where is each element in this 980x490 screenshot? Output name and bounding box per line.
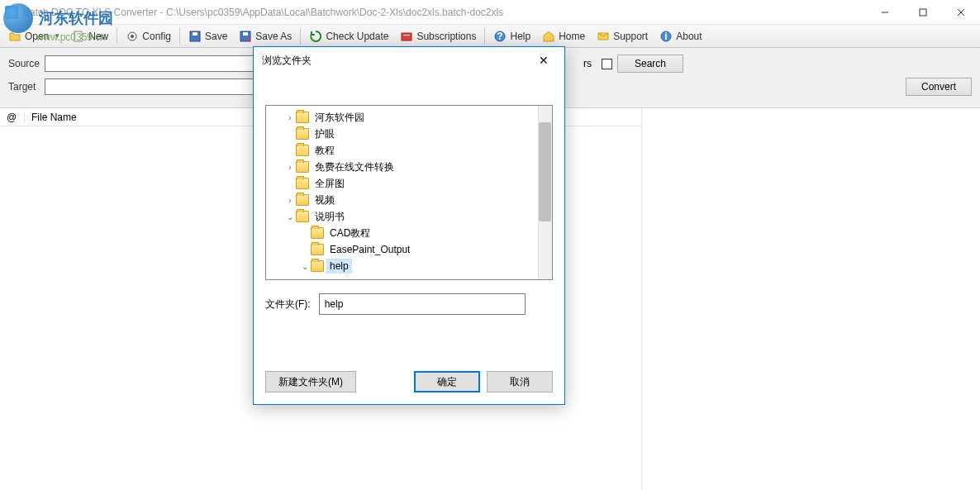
svg-rect-11 <box>402 33 412 40</box>
tree-item[interactable]: ⌄help <box>266 258 552 274</box>
tree-item[interactable]: ›免费在线文件转换 <box>266 159 552 175</box>
dropdown-icon: ▼ <box>54 32 60 40</box>
support-button[interactable]: Support <box>592 27 653 45</box>
svg-rect-4 <box>74 31 82 41</box>
folder-icon <box>296 211 309 222</box>
help-icon: ? <box>493 30 507 43</box>
folder-tree[interactable]: ›河东软件园护眼教程›免费在线文件转换全屏图›视频⌄说明书CAD教程EasePa… <box>265 105 553 280</box>
scroll-thumb[interactable] <box>539 122 551 221</box>
config-button[interactable]: Config <box>121 27 176 45</box>
tree-item[interactable]: ⌄说明书 <box>266 208 552 225</box>
subscriptions-button[interactable]: Subscriptions <box>395 27 481 45</box>
tree-item-label: 护眼 <box>312 126 337 142</box>
save-icon <box>188 30 202 43</box>
expand-icon[interactable]: › <box>284 163 296 172</box>
svg-point-6 <box>131 35 134 38</box>
dialog-close-button[interactable]: ✕ <box>531 48 556 73</box>
tree-item-label: 全屏图 <box>312 176 347 192</box>
toolbar: Open ▼ New Config Save Save As Check Upd… <box>0 25 980 48</box>
save-as-button[interactable]: Save As <box>234 27 297 45</box>
tree-item[interactable]: 教程 <box>266 142 552 159</box>
expand-icon[interactable]: › <box>284 196 296 205</box>
help-button[interactable]: ? Help <box>488 27 535 45</box>
expand-icon[interactable]: › <box>284 113 296 122</box>
ok-button[interactable]: 确定 <box>414 371 480 392</box>
separator <box>300 28 301 45</box>
right-panel <box>641 108 980 490</box>
folder-icon <box>296 161 309 173</box>
separator <box>117 28 117 45</box>
new-folder-button[interactable]: 新建文件夹(M) <box>265 371 356 392</box>
new-icon <box>72 30 85 43</box>
support-icon <box>597 30 610 43</box>
new-button[interactable]: New <box>67 27 113 45</box>
folder-icon <box>311 244 324 255</box>
save-button[interactable]: Save <box>183 27 232 45</box>
column-at[interactable]: @ <box>0 112 25 123</box>
maximize-button[interactable] <box>904 0 942 25</box>
folder-icon <box>296 112 309 123</box>
collapse-icon[interactable]: ⌄ <box>284 212 296 221</box>
svg-rect-1 <box>920 9 926 16</box>
support-label: Support <box>613 31 648 42</box>
tree-scrollbar[interactable] <box>538 106 552 279</box>
dialog-title: 浏览文件夹 <box>262 54 531 68</box>
separator <box>484 28 485 45</box>
convert-button[interactable]: Convert <box>906 78 972 96</box>
save-as-label: Save As <box>255 31 292 42</box>
tree-item-label: 免费在线文件转换 <box>312 159 397 175</box>
tree-item-label: 教程 <box>312 143 337 159</box>
close-button[interactable] <box>942 0 980 25</box>
svg-text:i: i <box>665 31 668 42</box>
config-label: Config <box>142 31 171 42</box>
new-label: New <box>88 31 108 42</box>
search-button[interactable]: Search <box>617 55 683 73</box>
collapse-icon[interactable]: ⌄ <box>299 262 311 271</box>
svg-rect-8 <box>193 32 197 36</box>
folder-icon <box>311 260 324 272</box>
tree-item[interactable]: CAD教程 <box>266 225 552 241</box>
dialog-titlebar: 浏览文件夹 ✕ <box>254 47 564 74</box>
tree-item-label: EasePaint_Output <box>327 243 412 256</box>
svg-rect-10 <box>243 32 248 36</box>
tree-item[interactable]: ›视频 <box>266 192 552 208</box>
help-label: Help <box>510 31 530 42</box>
minimize-button[interactable] <box>866 0 904 25</box>
svg-rect-12 <box>403 35 410 36</box>
folder-icon <box>296 128 309 140</box>
tree-item[interactable]: EasePaint_Output <box>266 241 552 258</box>
about-label: About <box>676 31 702 42</box>
check-update-button[interactable]: Check Update <box>304 27 393 45</box>
open-button[interactable]: Open ▼ <box>3 27 65 45</box>
window-title: Batch DOC TO XLS Converter - C:\Users\pc… <box>23 7 866 18</box>
subfolders-checkbox[interactable] <box>602 59 612 69</box>
about-button[interactable]: i About <box>654 27 706 45</box>
config-icon <box>126 30 139 43</box>
tree-item-label: help <box>327 259 351 273</box>
folder-icon <box>296 145 309 156</box>
tree-item-label: CAD教程 <box>327 226 373 241</box>
home-icon <box>542 30 555 43</box>
folder-name-label: 文件夹(F): <box>265 297 311 312</box>
subscriptions-icon <box>400 30 413 43</box>
tree-item[interactable]: 护眼 <box>266 126 552 142</box>
folder-icon <box>296 178 309 189</box>
check-update-label: Check Update <box>326 31 388 42</box>
cancel-button[interactable]: 取消 <box>487 371 553 392</box>
tree-item[interactable]: ›河东软件园 <box>266 109 552 126</box>
subscriptions-label: Subscriptions <box>416 31 476 42</box>
window-controls <box>866 0 980 25</box>
browse-folder-dialog: 浏览文件夹 ✕ ›河东软件园护眼教程›免费在线文件转换全屏图›视频⌄说明书CAD… <box>253 46 565 405</box>
tree-item-label: 视频 <box>312 193 337 208</box>
subfolders-checkbox-wrap[interactable] <box>602 59 612 69</box>
target-label: Target <box>8 81 40 93</box>
folder-name-input[interactable] <box>319 293 526 315</box>
titlebar: Batch DOC TO XLS Converter - C:\Users\pc… <box>0 0 980 25</box>
open-label: Open <box>25 31 49 42</box>
folder-icon <box>311 227 324 239</box>
home-button[interactable]: Home <box>537 27 590 45</box>
tree-item[interactable]: 全屏图 <box>266 175 552 192</box>
update-icon <box>309 30 322 43</box>
save-as-icon <box>239 30 252 43</box>
save-label: Save <box>205 31 227 42</box>
